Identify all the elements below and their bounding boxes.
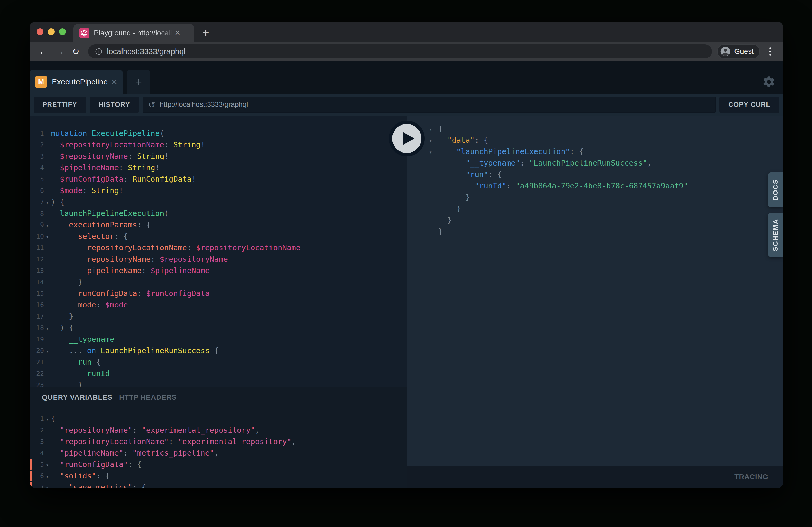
fold-gutter <box>44 259 51 260</box>
new-tab-button[interactable]: + <box>199 26 213 40</box>
code-line: } <box>407 226 783 237</box>
close-window-button[interactable] <box>37 28 43 35</box>
maximize-window-button[interactable] <box>59 28 66 35</box>
response-footer: TRACING <box>407 466 783 488</box>
fold-gutter <box>44 167 51 168</box>
fold-gutter <box>429 231 438 232</box>
browser-tab-title: Playground - http://localhost:3 <box>94 29 172 37</box>
prettify-button[interactable]: PRETTIFY <box>33 97 86 113</box>
fold-arrow-icon[interactable]: ▾ <box>44 325 51 331</box>
fold-arrow-icon[interactable]: ▾ <box>44 199 51 205</box>
graphql-favicon-icon <box>79 28 89 38</box>
fold-arrow-icon[interactable]: ▾ <box>44 347 51 354</box>
code-line: 15 runConfigData: $runConfigData <box>30 288 407 299</box>
schema-side-tab[interactable]: SCHEMA <box>768 213 783 257</box>
session-tab-bar: M ExecutePipeline ✕ + <box>30 61 783 93</box>
code-line: "run": { <box>407 169 783 180</box>
fold-gutter <box>44 293 51 294</box>
profile-button[interactable]: Guest <box>717 44 760 59</box>
fold-gutter <box>44 282 51 283</box>
tab-query-variables[interactable]: QUERY VARIABLES <box>42 393 112 402</box>
chrome-tab-strip: Playground - http://localhost:3 ✕ + <box>30 22 783 42</box>
fold-arrow-icon[interactable]: ▾ <box>44 222 51 228</box>
copy-curl-button[interactable]: COPY CURL <box>720 97 779 113</box>
browser-tab-close-icon[interactable]: ✕ <box>175 29 180 37</box>
fold-arrow-icon[interactable]: ▾ <box>429 137 438 144</box>
traffic-lights <box>37 28 66 35</box>
code-line: ▾ "data": { <box>407 134 783 146</box>
variables-editor[interactable]: 1▾{2 "repositoryName": "experimental_rep… <box>30 413 407 488</box>
line-number: 3 <box>30 438 44 446</box>
code-line: 12 repositoryName: $repositoryName <box>30 253 407 265</box>
code-line: 21 run { <box>30 356 407 368</box>
minimize-window-button[interactable] <box>48 28 55 35</box>
line-number: 10 <box>30 232 44 240</box>
endpoint-input[interactable]: ↺ http://localhost:3333/graphql <box>143 97 716 113</box>
session-tab-title: ExecutePipeline <box>52 77 109 86</box>
fold-gutter <box>44 373 51 374</box>
fold-arrow-icon[interactable]: ▾ <box>44 461 51 468</box>
line-number: 14 <box>30 278 44 286</box>
lint-marker <box>30 459 32 470</box>
code-line: 7▾ "save_metrics": { <box>30 482 407 488</box>
forward-icon[interactable]: → <box>52 44 67 59</box>
line-number: 1 <box>30 415 44 423</box>
browser-menu-icon[interactable] <box>764 44 777 59</box>
query-editor[interactable]: 1mutation ExecutePipeline(2 $repositoryL… <box>30 116 407 387</box>
address-bar[interactable]: localhost:3333/graphql <box>88 44 712 59</box>
fold-gutter <box>429 208 438 209</box>
docs-side-tab[interactable]: DOCS <box>768 172 783 207</box>
line-number: 2 <box>30 141 44 149</box>
fold-arrow-icon[interactable]: ▾ <box>44 416 51 422</box>
code-line: "__typename": "LaunchPipelineRunSuccess"… <box>407 157 783 169</box>
line-number: 3 <box>30 152 44 160</box>
browser-tab[interactable]: Playground - http://localhost:3 ✕ <box>73 24 194 42</box>
line-number: 17 <box>30 313 44 320</box>
code-line: 19 __typename <box>30 333 407 345</box>
code-line: 8 launchPipelineExecution( <box>30 208 407 219</box>
fold-gutter <box>429 220 438 221</box>
code-line: 5 $runConfigData: RunConfigData! <box>30 173 407 185</box>
back-icon[interactable]: ← <box>36 44 51 59</box>
code-line: 17 } <box>30 311 407 322</box>
settings-gear-icon[interactable] <box>762 75 776 89</box>
line-number: 20 <box>30 347 44 355</box>
tab-http-headers[interactable]: HTTP HEADERS <box>119 393 177 402</box>
tracing-toggle[interactable]: TRACING <box>735 473 768 481</box>
new-session-tab-button[interactable]: + <box>127 70 150 93</box>
fold-gutter <box>429 163 438 164</box>
fold-arrow-icon[interactable]: ▾ <box>44 484 51 488</box>
line-number: 6 <box>30 187 44 194</box>
history-button[interactable]: HISTORY <box>90 97 139 113</box>
site-info-icon[interactable] <box>95 48 103 55</box>
fold-arrow-icon[interactable]: ▾ <box>44 233 51 240</box>
fold-gutter <box>44 441 51 442</box>
fold-gutter <box>44 179 51 180</box>
fold-arrow-icon[interactable]: ▾ <box>429 148 438 155</box>
lint-marker <box>30 482 32 488</box>
code-line: 20▾ ... on LaunchPipelineRunSuccess { <box>30 345 407 356</box>
session-tab-close-icon[interactable]: ✕ <box>111 78 117 86</box>
line-number: 4 <box>30 449 44 457</box>
code-line: 22 runId <box>30 368 407 379</box>
fold-gutter <box>44 247 51 248</box>
query-pane: 1mutation ExecutePipeline(2 $repositoryL… <box>30 116 407 488</box>
reload-icon[interactable]: ↻ <box>68 44 83 59</box>
line-number: 7 <box>30 198 44 206</box>
fold-gutter <box>44 339 51 340</box>
code-line: 5▾ "runConfigData": { <box>30 459 407 470</box>
code-line: 1mutation ExecutePipeline( <box>30 127 407 139</box>
code-line: 4 $pipelineName: String! <box>30 162 407 173</box>
code-line: 6▾ "solids": { <box>30 470 407 482</box>
response-viewer[interactable]: ▾{▾ "data": {▾ "launchPipelineExecution"… <box>407 116 783 237</box>
fold-arrow-icon[interactable]: ▾ <box>44 473 51 479</box>
fold-gutter <box>44 270 51 271</box>
variables-panel: QUERY VARIABLES HTTP HEADERS 1▾{2 "repos… <box>30 387 407 488</box>
endpoint-url: http://localhost:3333/graphql <box>160 101 248 109</box>
execute-play-button[interactable] <box>389 121 425 156</box>
fold-arrow-icon[interactable]: ▾ <box>429 125 438 132</box>
schema-label: SCHEMA <box>771 219 780 251</box>
line-number: 8 <box>30 210 44 217</box>
line-number: 5 <box>30 176 44 183</box>
session-tab-executepipeline[interactable]: M ExecutePipeline ✕ <box>30 70 122 93</box>
